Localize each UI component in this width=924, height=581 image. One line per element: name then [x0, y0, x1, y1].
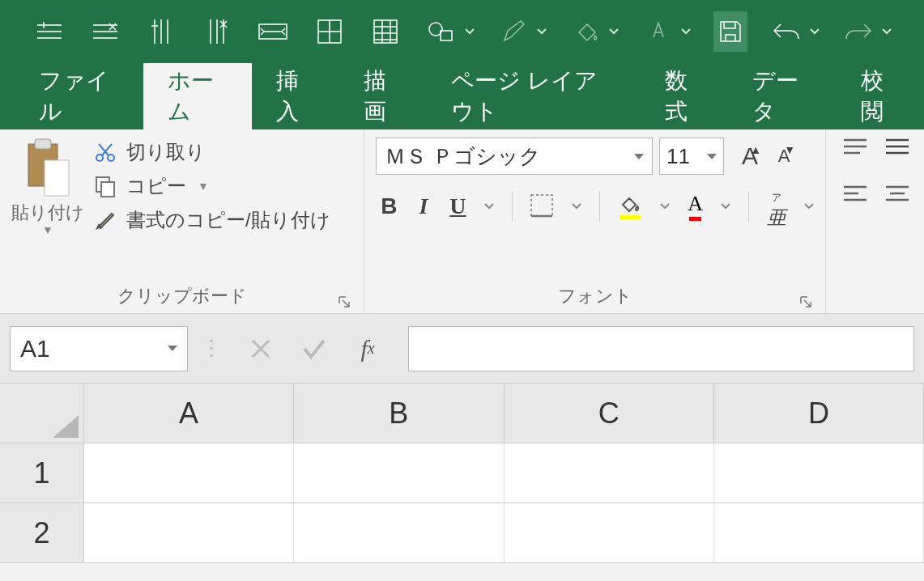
- row-header-2[interactable]: 2: [0, 503, 84, 562]
- enter-formula-button[interactable]: [300, 334, 329, 363]
- tab-insert[interactable]: 挿入: [252, 63, 339, 129]
- col-header-C[interactable]: C: [505, 384, 714, 443]
- select-all-corner[interactable]: [0, 384, 84, 443]
- clipboard-launcher-icon[interactable]: [338, 292, 352, 307]
- copy-button[interactable]: コピー ▼: [92, 173, 330, 199]
- cell-B2[interactable]: [294, 503, 504, 562]
- cell-A1[interactable]: [84, 443, 294, 503]
- font-name-select[interactable]: ＭＳ Ｐゴシック: [376, 138, 653, 175]
- fontcolor-dropdown-icon[interactable]: [721, 203, 730, 210]
- chevron-down-icon: [168, 346, 177, 351]
- qat-undo-dropdown-icon[interactable]: [810, 28, 820, 35]
- phonetic-guide-button[interactable]: ア亜: [767, 191, 786, 222]
- qat-delete-rows-icon[interactable]: [88, 11, 121, 52]
- font-color-button[interactable]: A: [688, 192, 703, 221]
- qat-bucket-icon[interactable]: [569, 11, 603, 52]
- col-header-D[interactable]: D: [714, 384, 924, 443]
- font-group-label: フォント: [558, 284, 632, 308]
- qat-insert-cols-icon[interactable]: [144, 11, 177, 52]
- paste-dropdown-icon[interactable]: ▼: [42, 223, 53, 236]
- font-group: ＭＳ Ｐゴシック 11 A▲ A▼ B I U: [364, 129, 826, 313]
- decrease-font-button[interactable]: A▼: [769, 142, 798, 171]
- bold-button[interactable]: B: [381, 193, 398, 220]
- qat-save-icon[interactable]: [713, 11, 747, 52]
- fill-dropdown-icon[interactable]: [660, 203, 670, 210]
- separator: [748, 191, 749, 222]
- name-box-value: A1: [20, 335, 50, 363]
- cell-D2[interactable]: [714, 503, 924, 562]
- quick-access-toolbar: [0, 0, 924, 63]
- borders-button[interactable]: [530, 193, 554, 219]
- underline-button[interactable]: U: [449, 193, 466, 220]
- underline-dropdown-icon[interactable]: [484, 203, 494, 210]
- cut-button[interactable]: 切り取り: [92, 139, 330, 165]
- tab-data[interactable]: データ: [728, 63, 837, 129]
- row-header-1[interactable]: 1: [0, 443, 84, 503]
- svg-rect-7: [45, 160, 69, 196]
- italic-button[interactable]: I: [415, 193, 432, 220]
- name-box[interactable]: A1: [10, 326, 188, 371]
- ribbon: 貼り付け ▼ 切り取り: [0, 129, 924, 314]
- qat-undo-icon[interactable]: [770, 11, 803, 52]
- qat-table-icon[interactable]: [368, 11, 402, 52]
- qat-bucket-dropdown-icon[interactable]: [609, 28, 619, 35]
- formula-input[interactable]: [408, 326, 914, 371]
- formula-bar: A1 ⋮ fx: [0, 314, 924, 384]
- col-header-A[interactable]: A: [84, 384, 294, 443]
- cell-D1[interactable]: [714, 443, 924, 503]
- grid-row: 1: [0, 443, 924, 503]
- font-launcher-icon[interactable]: [799, 292, 814, 307]
- qat-pen-icon[interactable]: [497, 11, 530, 52]
- align-top-button[interactable]: [842, 138, 870, 162]
- copy-dropdown-icon[interactable]: ▼: [198, 180, 209, 193]
- chevron-down-icon: [634, 154, 644, 159]
- align-left-button[interactable]: [842, 184, 870, 209]
- qat-autofit-icon[interactable]: [257, 11, 290, 52]
- column-headers: A B C D: [0, 384, 924, 443]
- cancel-formula-button[interactable]: [246, 334, 275, 363]
- qat-shapes-dropdown-icon[interactable]: [465, 28, 475, 35]
- align-middle-button[interactable]: [884, 138, 912, 162]
- insert-function-button[interactable]: fx: [353, 334, 382, 363]
- separator: [512, 191, 513, 222]
- qat-shapes-icon[interactable]: [425, 11, 458, 52]
- paste-button[interactable]: 貼り付け ▼: [11, 138, 84, 236]
- tab-draw[interactable]: 描画: [339, 63, 427, 129]
- cell-B1[interactable]: [294, 443, 504, 503]
- col-header-B[interactable]: B: [294, 384, 504, 443]
- qat-fontcolor-dropdown-icon[interactable]: [681, 28, 691, 35]
- qat-borders-icon[interactable]: [313, 11, 346, 52]
- tab-file[interactable]: ファイル: [15, 63, 143, 129]
- align-center-button[interactable]: [884, 184, 912, 209]
- paintbrush-icon: [92, 207, 118, 233]
- qat-redo-icon[interactable]: [842, 11, 875, 52]
- cell-C2[interactable]: [505, 503, 714, 562]
- qat-redo-dropdown-icon[interactable]: [882, 28, 892, 35]
- cell-A2[interactable]: [84, 503, 294, 562]
- font-size-select[interactable]: 11: [659, 138, 724, 175]
- fill-color-button[interactable]: [618, 193, 642, 219]
- tab-review[interactable]: 校閲: [837, 63, 924, 129]
- tab-home[interactable]: ホーム: [143, 63, 252, 129]
- font-name-value: ＭＳ Ｐゴシック: [385, 142, 541, 171]
- qat-fontcolor-icon[interactable]: [641, 11, 675, 52]
- tab-page-layout[interactable]: ページ レイアウト: [427, 63, 641, 129]
- cell-C1[interactable]: [505, 443, 714, 503]
- svg-rect-12: [531, 195, 552, 216]
- tab-formulas[interactable]: 数式: [641, 63, 728, 129]
- clipboard-group: 貼り付け ▼ 切り取り: [0, 129, 364, 313]
- alignment-group: [826, 129, 923, 313]
- qat-insert-rows-icon[interactable]: [32, 11, 66, 52]
- borders-dropdown-icon[interactable]: [572, 203, 581, 210]
- ribbon-tabs: ファイル ホーム 挿入 描画 ページ レイアウト 数式 データ 校閲: [0, 63, 924, 129]
- svg-point-9: [108, 155, 114, 161]
- cut-label: 切り取り: [126, 139, 206, 165]
- increase-font-button[interactable]: A▲: [735, 142, 764, 171]
- fill-color-swatch: [620, 215, 641, 219]
- chevron-down-icon: [707, 154, 717, 159]
- qat-pen-dropdown-icon[interactable]: [537, 28, 547, 35]
- copy-label: コピー: [126, 173, 186, 199]
- qat-delete-cols-icon[interactable]: [201, 11, 234, 52]
- format-painter-button[interactable]: 書式のコピー/貼り付け: [92, 207, 330, 233]
- phonetic-dropdown-icon[interactable]: [804, 203, 814, 210]
